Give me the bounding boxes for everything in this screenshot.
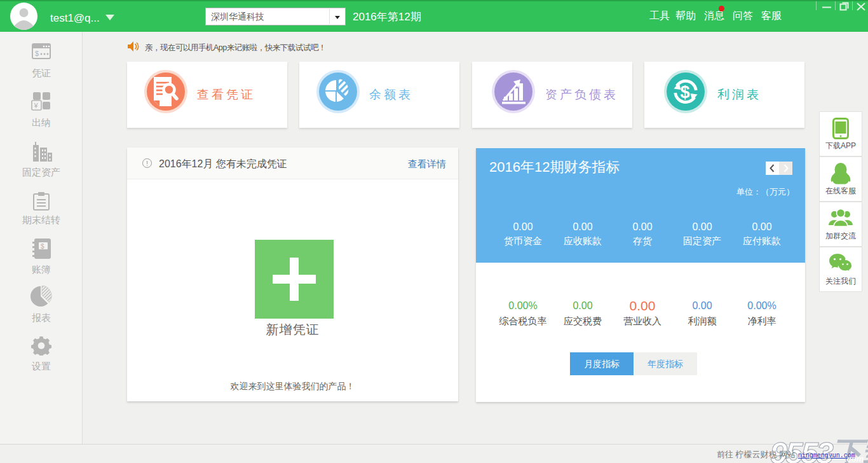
svg-text:$: $: [681, 83, 690, 102]
svg-text:¥: ¥: [34, 102, 39, 109]
svg-text:$: $: [35, 50, 39, 57]
svg-text:$: $: [41, 243, 44, 250]
